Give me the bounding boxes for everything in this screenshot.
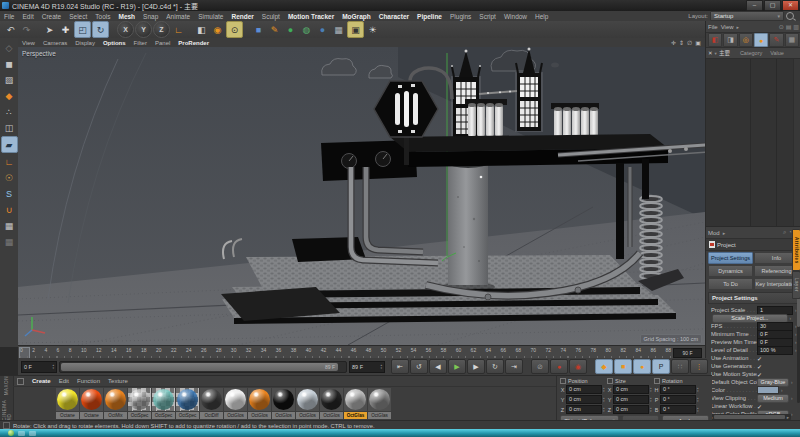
rotation-field[interactable]: 0 ° xyxy=(660,405,696,414)
material-swatch[interactable]: OctDiff xyxy=(200,388,223,419)
chevron-right-icon[interactable]: ▸ xyxy=(737,24,740,30)
material-thumbnail[interactable] xyxy=(224,388,247,411)
rotation-field[interactable]: 0 ° xyxy=(660,395,696,404)
toolbar-icon[interactable]: ⊙ xyxy=(226,21,243,38)
toolbar-icon[interactable]: ◉ xyxy=(210,22,225,37)
menu-item-file[interactable]: File xyxy=(708,24,718,30)
dock-tab-strip[interactable] xyxy=(793,59,800,228)
viewport-nav-icon[interactable]: ∅ xyxy=(687,39,692,46)
transport-button[interactable]: ⇤ xyxy=(391,359,409,374)
menu-item[interactable]: Render xyxy=(227,13,257,20)
timeline-end-field[interactable]: 90 F xyxy=(673,348,702,358)
column-category[interactable]: Category xyxy=(740,50,762,56)
taskbar-strip[interactable] xyxy=(0,429,800,437)
position-field[interactable]: 0 cm xyxy=(566,395,602,404)
menu-item[interactable]: Snap xyxy=(139,13,162,20)
mode-icon[interactable]: ▦ xyxy=(2,218,17,233)
material-swatch[interactable]: OctGlas xyxy=(368,388,391,419)
field-value[interactable] xyxy=(757,386,779,394)
attribute-field-row[interactable]: Level of Detail 100 % › xyxy=(708,346,795,354)
dock-menu-icon[interactable]: ▤ xyxy=(786,23,792,30)
material-name[interactable]: OctGlos xyxy=(272,412,295,419)
transport-button[interactable]: ◀ xyxy=(429,359,447,374)
field-value[interactable]: ✓ xyxy=(757,363,787,370)
field-value[interactable]: ✓ xyxy=(757,371,787,378)
attribute-field-row[interactable]: Use Generators ✓ › xyxy=(708,362,795,370)
axis-lock-icon[interactable] xyxy=(607,378,613,384)
dock-menu-icon[interactable]: ⊙ xyxy=(779,23,784,30)
material-swatch[interactable]: OctGlos xyxy=(320,388,343,419)
mode-icon[interactable]: ▰ xyxy=(1,136,18,153)
material-thumbnail[interactable] xyxy=(272,388,295,411)
axis-lock-icon[interactable] xyxy=(654,378,660,384)
viewport-menu-item[interactable]: Filter xyxy=(130,40,151,46)
position-field[interactable]: 0 cm xyxy=(566,385,602,394)
record-button[interactable]: ● xyxy=(550,359,568,374)
menu-item[interactable]: Plugins xyxy=(446,13,475,20)
menu-item[interactable]: Create xyxy=(38,13,66,20)
mode-icon[interactable]: ▨ xyxy=(2,72,17,87)
menu-item[interactable]: Motion Tracker xyxy=(284,13,338,20)
mode-icon[interactable]: ☉ xyxy=(2,170,17,185)
take-tree-area[interactable] xyxy=(706,59,800,228)
column-value[interactable]: Value xyxy=(770,50,784,56)
material-name[interactable]: OctGlos xyxy=(248,412,271,419)
viewport-menu-item[interactable]: Options xyxy=(99,40,130,46)
toolbar-icon[interactable]: ◍ xyxy=(299,22,314,37)
menu-item[interactable]: Animate xyxy=(162,13,194,20)
material-thumbnail[interactable] xyxy=(320,388,343,411)
viewport-menu-item[interactable]: ProRender xyxy=(174,40,213,46)
attribute-section-title[interactable]: Project Settings xyxy=(708,292,799,304)
material-swatch[interactable]: OctSpec xyxy=(128,388,151,419)
toolbar-icon[interactable]: Z xyxy=(153,21,170,38)
preview-range-slider[interactable]: 89 F xyxy=(59,361,347,373)
menu-item[interactable]: Tools xyxy=(91,13,114,20)
viewport-menu-item[interactable]: Cameras xyxy=(39,40,71,46)
checkbox-icon[interactable] xyxy=(17,378,24,385)
toolbar-icon[interactable]: ▣ xyxy=(347,21,364,38)
material-thumbnail[interactable] xyxy=(344,388,367,411)
minimize-button[interactable]: – xyxy=(746,0,763,11)
taskbar-icon[interactable] xyxy=(29,431,36,436)
mode-icon[interactable]: ∪ xyxy=(2,202,17,217)
material-name[interactable]: OctGlas xyxy=(344,412,367,419)
take-toolbar-icon[interactable]: ◧ xyxy=(708,33,722,47)
attribute-field-row[interactable]: Linear Workflow ✓ › xyxy=(708,402,795,410)
toolbar-icon[interactable]: ↻ xyxy=(92,21,109,38)
taskbar-icon[interactable] xyxy=(18,431,25,436)
material-name[interactable]: OctDiff xyxy=(200,412,223,419)
material-name[interactable]: Octane xyxy=(80,412,103,419)
field-value[interactable]: ✓ xyxy=(757,355,787,362)
menu-item[interactable]: Sculpt xyxy=(258,13,284,20)
menu-item[interactable]: Window xyxy=(500,13,531,20)
material-swatch[interactable]: OctMix xyxy=(104,388,127,419)
delete-icon[interactable]: ✕ xyxy=(708,50,713,56)
toolbar-icon[interactable]: ↶ xyxy=(3,22,18,37)
take-toolbar-icon[interactable]: ◎ xyxy=(739,33,753,47)
take-toolbar-icon[interactable]: ● xyxy=(754,33,768,47)
material-name[interactable]: OctGlas xyxy=(368,412,391,419)
autokey-button[interactable]: ◆ xyxy=(595,359,613,374)
autokey-button[interactable]: ■ xyxy=(614,359,632,374)
viewport[interactable] xyxy=(18,47,705,345)
toolbar-icon[interactable]: ● xyxy=(283,22,298,37)
material-thumbnail[interactable] xyxy=(200,388,223,411)
attribute-field-row[interactable]: Use Animation ✓ › xyxy=(708,354,795,362)
record-button[interactable]: ⊘ xyxy=(531,359,549,374)
mode-dropdown[interactable]: Mod xyxy=(708,230,720,236)
layout-select[interactable]: Startup ▾ xyxy=(710,11,784,21)
toolbar-icon[interactable]: ➤ xyxy=(42,22,57,37)
viewport-nav-icon[interactable]: ⇕ xyxy=(679,39,684,46)
rotation-field[interactable]: 0 ° xyxy=(660,385,696,394)
preview-range-fill[interactable]: 89 F xyxy=(61,363,338,371)
menu-item[interactable]: Script xyxy=(475,13,500,20)
material-swatch[interactable]: OctGlas xyxy=(344,388,367,419)
toolbar-icon[interactable]: ◧ xyxy=(194,22,209,37)
material-thumbnail[interactable] xyxy=(104,388,127,411)
toolbar-icon[interactable]: ■ xyxy=(251,22,266,37)
viewport-label[interactable]: Perspective xyxy=(22,50,56,57)
material-name[interactable]: OctMix xyxy=(104,412,127,419)
mode-icon[interactable]: S xyxy=(2,186,17,201)
take-toolbar-icon[interactable]: ▦ xyxy=(785,33,799,47)
take-toolbar-icon[interactable]: ✎ xyxy=(769,33,783,47)
